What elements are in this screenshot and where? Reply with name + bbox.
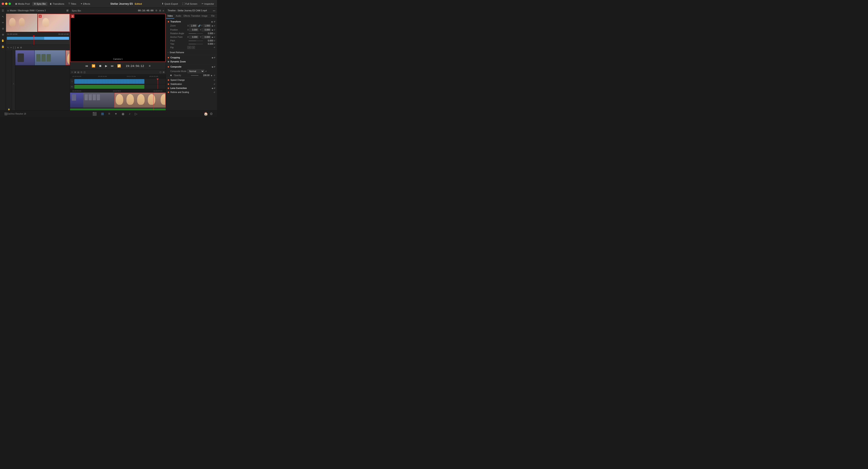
stabilization-section[interactable]: Stabilization ↺ (166, 82, 217, 86)
close-button[interactable] (2, 3, 4, 5)
full-screen-button[interactable]: ⛶ Full Screen (181, 2, 198, 6)
tab-sync-bin[interactable]: ⊟ Sync Bin (32, 2, 48, 6)
zoom-x-value[interactable]: 1.000 (189, 24, 197, 27)
a1-content[interactable] (74, 84, 166, 89)
play-prev-button[interactable]: ⏮ (84, 64, 89, 68)
cropping-diamond[interactable]: ◆ (212, 57, 213, 59)
viewer-resize-icon[interactable]: ⊞ (159, 9, 161, 12)
play-button[interactable]: ▶ (104, 64, 108, 68)
tab-media-pool[interactable]: ▦ Media Pool (13, 2, 31, 6)
lower-clip-3[interactable] (114, 93, 166, 108)
retime-reset[interactable]: ↺ (214, 91, 215, 93)
position-diamond[interactable]: ◆ (212, 29, 213, 31)
zoom-reset[interactable]: ↺ (214, 25, 215, 27)
v1-content[interactable] (74, 79, 166, 84)
source-collapse-icon[interactable]: ⊞ (7, 10, 9, 12)
opacity-value[interactable]: 100.00 (200, 74, 210, 77)
lens-correction-reset[interactable]: ↺ (214, 87, 215, 89)
viewer-extra-menu[interactable]: ≡ (148, 64, 151, 68)
composite-reset[interactable]: ↺ (214, 66, 215, 68)
rotation-slider[interactable] (189, 33, 203, 34)
flip-h-button[interactable]: ↔ (187, 46, 191, 49)
tool-hand[interactable]: ✋ (1, 38, 5, 43)
bottom-fairlight-icon[interactable]: ♪ (129, 112, 130, 116)
inspector-menu-icon[interactable]: ••• (213, 9, 215, 12)
play-next-button[interactable]: ⏭ (110, 64, 115, 68)
yaw-value[interactable]: 0.000 (204, 43, 213, 45)
stop-button[interactable]: ⏹ (98, 64, 102, 68)
yaw-slider[interactable] (189, 44, 203, 44)
tool-out[interactable]: ] (15, 47, 16, 49)
anchor-x-value[interactable]: 0.000 (189, 35, 198, 39)
position-x-value[interactable]: 0.000 (189, 28, 198, 31)
dynamic-zoom-section[interactable]: Dynamic Zoom (166, 60, 217, 64)
bottom-settings-icon[interactable]: ⚙ (210, 112, 213, 116)
cropping-reset[interactable]: ↺ (214, 57, 215, 59)
timeline-tool-6[interactable]: ⬡ (159, 71, 161, 73)
minimize-button[interactable] (5, 3, 7, 5)
clip-thumb-3[interactable] (66, 50, 70, 65)
tool-razor[interactable]: ✂ (10, 47, 12, 49)
insp-tab-effects[interactable]: Effects (183, 14, 191, 19)
lower-clip-1[interactable] (70, 93, 83, 108)
lens-correction-diamond[interactable]: ◆ (212, 87, 213, 89)
viewer-menu-icon[interactable]: ≡ (163, 9, 164, 12)
rotation-reset[interactable]: ↺ (214, 32, 215, 35)
viewer-settings-icon[interactable]: ⚙ (155, 9, 157, 12)
lens-correction-section[interactable]: Lens Correction ◆ ↺ (166, 86, 217, 90)
tab-titles[interactable]: T Titles (67, 2, 78, 6)
smart-reframe-section[interactable]: › Smart Reframe (166, 51, 217, 55)
transform-reset[interactable]: ↺ (214, 21, 215, 23)
tool-zoom[interactable]: ⊕ (1, 32, 5, 37)
yaw-reset[interactable]: ↺ (214, 43, 215, 45)
pitch-value[interactable]: 0.000 (204, 39, 213, 42)
insp-tab-video[interactable]: Video (166, 14, 174, 19)
source-thumb-1[interactable] (6, 14, 38, 32)
clip-thumb-1[interactable] (16, 50, 35, 65)
bottom-edit-icon[interactable]: ≡ (108, 112, 110, 116)
bottom-fusion-icon[interactable]: ✦ (115, 112, 117, 116)
zoom-y-value[interactable]: 1.000 (203, 24, 211, 27)
bottom-deliver-icon[interactable]: ▷ (135, 112, 137, 116)
anchor-reset[interactable]: ↺ (214, 36, 215, 38)
source-lock-icon[interactable]: 🔒 (8, 108, 10, 110)
retime-scaling-section[interactable]: Retime and Scaling ↺ (166, 90, 217, 94)
timeline-tool-4[interactable]: ⊡ (81, 71, 82, 73)
position-y-value[interactable]: 0.000 (202, 28, 211, 31)
insp-tab-image[interactable]: Image (200, 14, 209, 19)
rewind-button[interactable]: ⏪ (91, 64, 96, 68)
v1-clip-main[interactable] (74, 79, 144, 84)
anchor-y-value[interactable]: 0.000 (202, 35, 211, 39)
zoom-link-icon[interactable]: 🔗 (198, 25, 200, 27)
opacity-diamond[interactable]: ◆ (211, 75, 212, 77)
timeline-tool-2[interactable]: ⊠ (74, 71, 76, 73)
bottom-cut-icon[interactable]: ⊞ (101, 112, 104, 116)
rotation-value[interactable]: 0.000 (204, 32, 213, 35)
tool-arrow[interactable]: ↖ (1, 14, 5, 19)
cropping-section[interactable]: Cropping ◆ ↺ (166, 56, 217, 60)
bottom-home-icon[interactable]: 🏠 (204, 112, 208, 116)
speed-change-section[interactable]: Speed Change ↺ (166, 78, 217, 82)
insp-tab-audio[interactable]: Audio (174, 14, 183, 19)
tool-zoom2[interactable]: ⊕ (17, 47, 19, 49)
loop-button[interactable]: 🔁 (116, 64, 122, 68)
tool-in[interactable]: [ (13, 47, 14, 49)
timeline-tool-5[interactable]: ◫ (84, 71, 86, 73)
composite-mode-dropdown[interactable]: Normal (187, 69, 205, 73)
position-reset[interactable]: ↺ (214, 29, 215, 31)
timeline-tool-3[interactable]: ▤ (77, 71, 79, 73)
opacity-reset[interactable]: ↺ (214, 75, 215, 77)
composite-diamond[interactable]: ◆ (212, 66, 213, 68)
pitch-reset[interactable]: ↺ (214, 40, 215, 42)
tool-settings[interactable]: ⚙ (20, 47, 22, 49)
tool-select[interactable]: ↖ (7, 47, 9, 49)
pitch-slider[interactable] (189, 40, 203, 41)
inspector-button[interactable]: ✂ Inspector (200, 2, 215, 6)
composite-section[interactable]: Composite ◆ ↺ (166, 65, 217, 69)
lower-clip-2[interactable] (83, 93, 114, 108)
tool-trim[interactable]: ✂ (1, 21, 5, 25)
composite-mode-reset[interactable]: ↺ (205, 70, 207, 72)
anchor-diamond[interactable]: ◆ (212, 36, 213, 38)
tab-effects[interactable]: ✦ Effects (79, 2, 92, 6)
maximize-button[interactable] (8, 3, 11, 5)
